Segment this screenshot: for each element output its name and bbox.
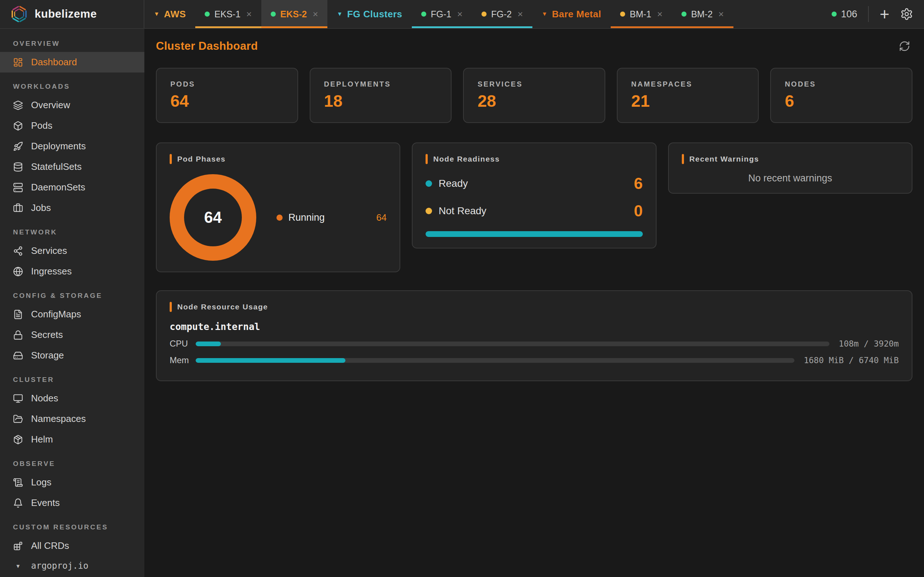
monitor-icon [13, 393, 23, 403]
divider [868, 6, 869, 22]
card-title-row: Recent Warnings [682, 154, 899, 164]
folder-icon [13, 414, 23, 424]
sidebar-item-dashboard[interactable]: Dashboard [0, 52, 144, 73]
tab-underline [472, 26, 532, 28]
status-dot [426, 180, 432, 187]
rocket-icon [13, 141, 23, 152]
tab-underline [672, 26, 733, 28]
sidebar-item-services[interactable]: Services [0, 240, 144, 261]
package-icon [13, 435, 23, 445]
mem-bar-track [195, 358, 795, 363]
tab-eks-1[interactable]: EKS-1 × [195, 0, 261, 28]
stat-label: NODES [785, 80, 898, 89]
sidebar-item-jobs[interactable]: Jobs [0, 198, 144, 218]
triangle-down-icon: ▼ [337, 11, 342, 17]
page-header: Cluster Dashboard [156, 40, 913, 53]
database-icon [13, 162, 23, 172]
mem-usage-value: 1680 MiB / 6740 MiB [804, 356, 899, 365]
layers-icon [13, 100, 23, 110]
readiness-value: 6 [634, 176, 643, 192]
close-icon[interactable]: × [657, 10, 662, 19]
sidebar-item-helm[interactable]: Helm [0, 429, 144, 450]
settings-button[interactable] [900, 8, 913, 21]
cube-icon [13, 121, 23, 131]
resource-row-cpu: CPU 108m / 3920m [170, 338, 899, 349]
sidebar-item-events[interactable]: Events [0, 493, 144, 513]
tab-bm-1[interactable]: BM-1 × [611, 0, 672, 28]
tab-underline [195, 26, 261, 28]
card-title: Node Readiness [433, 155, 499, 163]
section-title-custom-resources: CUSTOM RESOURCES [0, 513, 144, 535]
close-icon[interactable]: × [246, 10, 252, 19]
readiness-label: Not Ready [439, 205, 486, 217]
accent-bar [170, 154, 172, 164]
section-title-overview: OVERVIEW [0, 32, 144, 52]
card-title-row: Pod Phases [170, 154, 386, 164]
legend-item-running: Running 64 [276, 212, 386, 223]
dashboard-icon [13, 57, 23, 68]
tab-underline [611, 26, 672, 28]
pod-counter: 106 [832, 9, 857, 20]
tab-group-aws[interactable]: ▼ AWS [144, 0, 195, 28]
close-icon[interactable]: × [313, 10, 318, 19]
sidebar-item-storage[interactable]: Storage [0, 345, 144, 366]
sidebar-item-overview[interactable]: Overview [0, 95, 144, 115]
pod-phases-card: Pod Phases 64 Running 64 [156, 142, 400, 272]
topbar: kubelizeme ▼ AWS EKS-1 × EKS-2 × ▼ FG Cl [0, 0, 924, 29]
middle-cards-row: Pod Phases 64 Running 64 [156, 142, 913, 272]
sidebar-item-ingresses[interactable]: Ingresses [0, 261, 144, 282]
sidebar-item-all-crds[interactable]: All CRDs [0, 535, 144, 556]
tab-eks-2[interactable]: EKS-2 × [261, 0, 328, 28]
stat-card-services: SERVICES 28 [463, 68, 605, 123]
triangle-down-icon: ▼ [154, 11, 160, 17]
cpu-bar-track [195, 342, 829, 346]
status-dot [620, 11, 625, 16]
stat-label: PODS [170, 80, 284, 89]
readiness-bar-fill [426, 231, 643, 237]
tab-bm-2[interactable]: BM-2 × [672, 0, 733, 28]
sidebar-item-application[interactable]: Application [0, 575, 144, 577]
add-cluster-button[interactable]: + [880, 6, 889, 23]
kubelizeme-logo-icon [10, 4, 29, 24]
crd-grid-icon [13, 541, 23, 551]
section-title-observe: OBSERVE [0, 450, 144, 472]
accent-bar [170, 302, 172, 312]
stat-card-namespaces: NAMESPACES 21 [617, 68, 759, 123]
sidebar-item-nodes[interactable]: Nodes [0, 388, 144, 409]
legend-dot [276, 214, 283, 221]
sidebar-item-deployments[interactable]: Deployments [0, 136, 144, 156]
stat-value: 21 [631, 91, 745, 111]
tab-fg-1[interactable]: FG-1 × [412, 0, 472, 28]
tab-underline [261, 26, 328, 28]
sidebar-item-configmaps[interactable]: ConfigMaps [0, 304, 144, 324]
close-icon[interactable]: × [718, 10, 724, 19]
sidebar-item-secrets[interactable]: Secrets [0, 324, 144, 345]
card-title-row: Node Readiness [426, 154, 643, 164]
node-name: compute.internal [170, 321, 899, 332]
close-icon[interactable]: × [518, 10, 523, 19]
tab-group-fg-clusters[interactable]: ▼ FG Clusters [327, 0, 412, 28]
tab-fg-2[interactable]: FG-2 × [472, 0, 532, 28]
sidebar-item-pods[interactable]: Pods [0, 115, 144, 136]
tab-group-bare-metal[interactable]: ▼ Bare Metal [532, 0, 611, 28]
stat-value: 64 [170, 91, 284, 111]
bell-icon [13, 498, 23, 508]
node-resource-card: Node Resource Usage compute.internal CPU… [156, 290, 913, 381]
sidebar-item-namespaces[interactable]: Namespaces [0, 409, 144, 429]
stat-card-nodes: NODES 6 [770, 68, 913, 123]
close-icon[interactable]: × [457, 10, 463, 19]
sidebar-item-daemonsets[interactable]: DaemonSets [0, 177, 144, 198]
sidebar-item-argoproj-io[interactable]: ▼ argoproj.io [0, 556, 144, 575]
refresh-button[interactable] [899, 40, 910, 52]
stat-value: 6 [785, 91, 898, 111]
recent-warnings-card: Recent Warnings No recent warnings [668, 142, 913, 193]
main-content: Cluster Dashboard PODS 64 DEPLOYMENTS 18… [144, 29, 924, 577]
share-icon [13, 246, 23, 256]
sidebar-item-statefulsets[interactable]: StatefulSets [0, 156, 144, 177]
sidebar: OVERVIEW Dashboard WORKLOADS Overview Po… [0, 29, 144, 577]
stat-card-deployments: DEPLOYMENTS 18 [310, 68, 452, 123]
readiness-bar-track [426, 231, 643, 237]
section-title-workloads: WORKLOADS [0, 73, 144, 95]
app-window: kubelizeme ▼ AWS EKS-1 × EKS-2 × ▼ FG Cl [0, 0, 924, 577]
sidebar-item-logs[interactable]: Logs [0, 472, 144, 493]
